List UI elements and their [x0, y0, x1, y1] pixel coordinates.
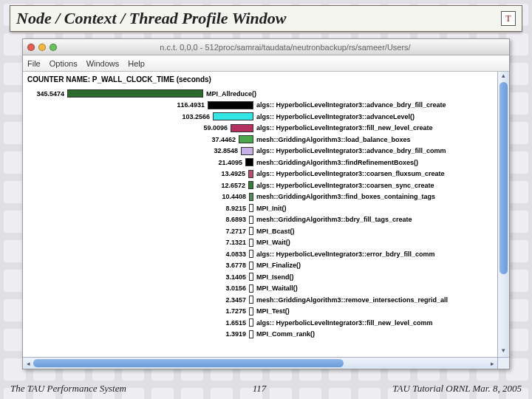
- row-bar: [249, 296, 253, 304]
- window-title: n.c.t. 0,0,0 - 512proc/samrai/taudata/ne…: [66, 43, 505, 52]
- scroll-right-icon[interactable]: ▸: [487, 358, 497, 369]
- row-function-name: MPI_Wait(): [256, 239, 290, 246]
- profile-body: COUNTER NAME: P_WALL_CLOCK_TIME (seconds…: [23, 72, 497, 357]
- row-bar: [67, 89, 203, 98]
- profile-row[interactable]: 3.0156MPI_Waitall(): [23, 283, 497, 295]
- profile-row[interactable]: 3.6778MPI_Finalize(): [23, 260, 497, 272]
- profile-row[interactable]: 10.4408mesh::GriddingAlgorithm3::find_bo…: [23, 191, 497, 203]
- profile-row[interactable]: 12.6572algs:: HyperbolicLevelIntegrator3…: [23, 180, 497, 191]
- profile-row[interactable]: 7.1321MPI_Wait(): [23, 237, 497, 249]
- row-function-name: MPI_Allreduce(): [206, 90, 256, 98]
- footer-page: 117: [253, 383, 267, 395]
- profile-row[interactable]: 4.0833algs:: HyperbolicLevelIntegrator3:…: [23, 248, 497, 260]
- row-function-name: MPI_Isend(): [256, 273, 294, 281]
- row-function-name: mesh::GriddingAlgorithm3::remove_interse…: [256, 296, 448, 304]
- row-value: 3.0156: [23, 284, 249, 292]
- row-function-name: MPI_Test(): [256, 307, 290, 315]
- row-value: 8.6893: [23, 216, 249, 223]
- row-value: 8.9215: [23, 205, 249, 212]
- slide-title-bar: Node / Context / Thread Profile Window T: [10, 6, 522, 31]
- profile-row[interactable]: 13.4925algs:: HyperbolicLevelIntegrator3…: [23, 168, 497, 180]
- profile-row[interactable]: 3.1405MPI_Isend(): [23, 271, 497, 283]
- row-bar: [245, 158, 253, 166]
- row-value: 3.1405: [23, 273, 249, 281]
- row-function-name: algs:: HyperbolicLevelIntegrator3::coars…: [256, 170, 445, 177]
- row-function-name: algs:: HyperbolicLevelIntegrator3::error…: [256, 250, 435, 258]
- profile-row[interactable]: 1.6515algs:: HyperbolicLevelIntegrator3:…: [23, 317, 497, 329]
- scroll-thumb-v[interactable]: [499, 82, 508, 274]
- row-bar: [239, 135, 253, 143]
- row-bar: [249, 193, 253, 201]
- resize-corner-icon[interactable]: [497, 357, 509, 369]
- close-icon[interactable]: [27, 44, 35, 51]
- row-bar: [249, 262, 253, 270]
- profile-row[interactable]: 2.3457mesh::GriddingAlgorithm3::remove_i…: [23, 294, 497, 306]
- profile-row[interactable]: 345.5474MPI_Allreduce(): [23, 88, 497, 100]
- row-bar: [213, 112, 253, 120]
- row-bar: [249, 318, 253, 327]
- menu-options[interactable]: Options: [50, 59, 78, 68]
- row-bar: [231, 124, 253, 132]
- menu-windows[interactable]: Windows: [86, 59, 120, 68]
- row-function-name: MPI_Init(): [256, 205, 287, 212]
- profile-row[interactable]: 59.0096algs:: HyperbolicLevelIntegrator3…: [23, 123, 497, 134]
- tau-logo: T: [501, 11, 516, 26]
- scrollbar-horizontal[interactable]: ◂ ▸: [23, 357, 509, 369]
- row-function-name: algs:: HyperbolicLevelIntegrator3::advan…: [256, 113, 415, 120]
- profile-row[interactable]: 37.4462mesh::GriddingAlgorithm3::load_ba…: [23, 134, 497, 146]
- profile-row[interactable]: 32.8548algs:: HyperbolicLevelIntegrator3…: [23, 146, 497, 157]
- profile-row[interactable]: 21.4095mesh::GriddingAlgorithm3::findRef…: [23, 157, 497, 168]
- row-function-name: mesh::GriddingAlgorithm3::bdry_fill_tags…: [256, 216, 412, 223]
- profile-row[interactable]: 8.6893mesh::GriddingAlgorithm3::bdry_fil…: [23, 214, 497, 226]
- slide-title: Node / Context / Thread Profile Window: [16, 9, 286, 28]
- scrollbar-vertical[interactable]: ▴ ▾: [497, 72, 509, 357]
- row-bar: [249, 273, 253, 281]
- slide-footer: The TAU Performance System 117 TAU Tutor…: [10, 383, 522, 395]
- row-bar: [248, 170, 253, 178]
- row-value: 21.4095: [23, 159, 245, 166]
- row-bar: [208, 101, 253, 109]
- row-function-name: MPI_Comm_rank(): [256, 330, 315, 338]
- row-bar: [249, 216, 253, 224]
- row-bar: [241, 147, 253, 155]
- profile-row[interactable]: 1.7275MPI_Test(): [23, 306, 497, 318]
- row-function-name: MPI_Waitall(): [256, 284, 298, 292]
- row-function-name: mesh::GriddingAlgorithm3::load_balance_b…: [256, 136, 411, 143]
- menu-help[interactable]: Help: [128, 59, 145, 68]
- row-bar: [249, 250, 253, 258]
- footer-right: TAU Tutorial ORNL Mar. 8, 2005: [392, 383, 522, 395]
- row-value: 32.8548: [23, 147, 241, 154]
- row-value: 103.2566: [23, 113, 213, 120]
- scroll-thumb-h[interactable]: [33, 359, 344, 367]
- minimize-icon[interactable]: [38, 44, 46, 51]
- window-titlebar[interactable]: n.c.t. 0,0,0 - 512proc/samrai/taudata/ne…: [23, 39, 509, 55]
- row-bar: [249, 284, 253, 293]
- scroll-left-icon[interactable]: ◂: [23, 358, 33, 369]
- row-function-name: algs:: HyperbolicLevelIntegrator3::coars…: [256, 182, 434, 189]
- row-value: 1.7275: [23, 307, 249, 315]
- row-bar: [249, 204, 253, 212]
- traffic-lights: [27, 44, 57, 51]
- profile-row[interactable]: 116.4931algs:: HyperbolicLevelIntegrator…: [23, 100, 497, 112]
- profile-row[interactable]: 7.2717MPI_Bcast(): [23, 225, 497, 237]
- row-bar: [249, 227, 253, 235]
- profile-row[interactable]: 103.2566algs:: HyperbolicLevelIntegrator…: [23, 111, 497, 123]
- row-value: 59.0096: [23, 124, 231, 132]
- row-value: 13.4925: [23, 170, 248, 177]
- row-function-name: algs:: HyperbolicLevelIntegrator3::fill_…: [256, 319, 433, 327]
- profile-row[interactable]: 8.9215MPI_Init(): [23, 202, 497, 214]
- menubar: File Options Windows Help: [23, 55, 509, 72]
- footer-left: The TAU Performance System: [10, 383, 126, 395]
- row-function-name: MPI_Bcast(): [256, 228, 295, 235]
- profile-row[interactable]: 1.3919MPI_Comm_rank(): [23, 329, 497, 341]
- scroll-up-icon[interactable]: ▴: [498, 72, 509, 82]
- row-bar: [249, 307, 253, 316]
- menu-file[interactable]: File: [27, 59, 41, 68]
- row-function-name: algs:: HyperbolicLevelIntegrator3::advan…: [256, 101, 446, 109]
- row-value: 1.3919: [23, 330, 249, 338]
- row-function-name: algs:: HyperbolicLevelIntegrator3::advan…: [256, 147, 446, 154]
- scroll-down-icon[interactable]: ▾: [498, 347, 509, 357]
- zoom-icon[interactable]: [50, 44, 57, 51]
- row-value: 3.6778: [23, 262, 249, 269]
- profile-window: n.c.t. 0,0,0 - 512proc/samrai/taudata/ne…: [22, 38, 510, 369]
